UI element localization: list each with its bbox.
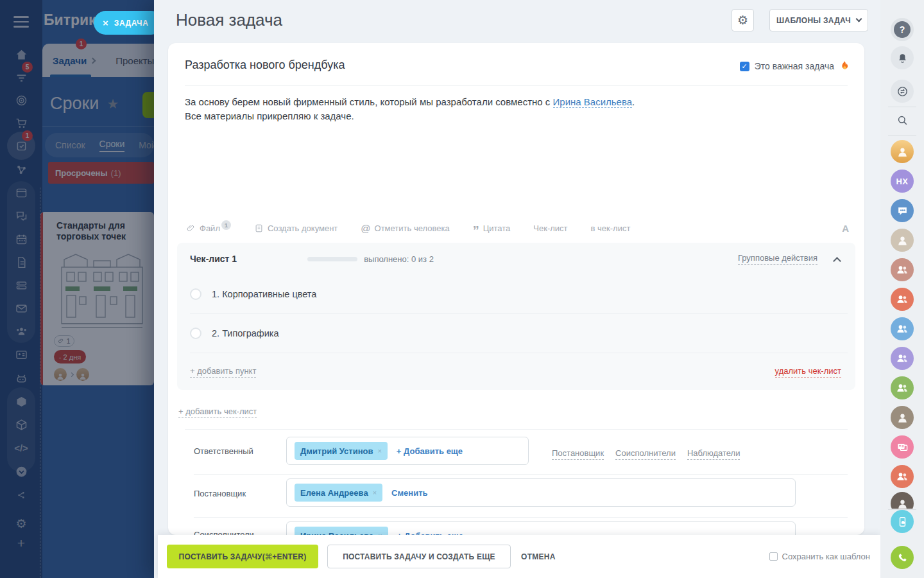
help-button[interactable]: ? xyxy=(891,18,914,41)
recent-chat-avatar-clipped[interactable] xyxy=(891,492,914,509)
coexecutors-label: Соисполнители xyxy=(194,530,254,535)
chevron-down-icon xyxy=(855,16,862,22)
notifications-bell-icon[interactable] xyxy=(891,46,914,69)
file-count-badge: 1 xyxy=(221,220,231,230)
checklist-button[interactable]: Чек-лист xyxy=(533,223,567,233)
quote-icon: ” xyxy=(473,228,479,233)
observers-role-link[interactable]: Наблюдатели xyxy=(687,448,740,460)
group-chat-people-icon[interactable] xyxy=(891,347,914,370)
item-checkbox[interactable] xyxy=(190,288,201,300)
recent-chat-avatar[interactable] xyxy=(891,406,914,429)
checklist-item[interactable]: 2. Типографика xyxy=(190,314,848,353)
settings-gear-button[interactable]: ⚙ xyxy=(732,9,754,31)
save-template-checkbox[interactable] xyxy=(769,552,778,561)
group-chat-people-icon[interactable] xyxy=(891,258,914,281)
add-item-link[interactable]: + добавить пункт xyxy=(190,366,256,378)
close-icon[interactable]: × xyxy=(103,18,108,28)
collapse-checklist-icon[interactable] xyxy=(833,257,841,265)
recent-chat-initials[interactable]: HX xyxy=(891,170,914,193)
group-chat-people-icon[interactable] xyxy=(891,317,914,340)
fire-icon xyxy=(839,60,849,72)
checklist-item[interactable]: 1. Корпоративные цвета xyxy=(190,275,848,314)
chat-threads-icon[interactable] xyxy=(891,80,914,103)
item-checkbox[interactable] xyxy=(190,328,201,339)
task-title-input[interactable]: Разработка нового брендбука xyxy=(185,58,345,72)
important-checkbox[interactable]: ✓ xyxy=(740,62,749,71)
search-icon[interactable] xyxy=(891,109,914,132)
user-chip: Дмитрий Устинов × xyxy=(295,442,388,460)
editor-toolbar: Файл 1 Создать документ @ Отметить челов… xyxy=(186,223,849,234)
checklist-block: Чек-лист 1 выполнено: 0 из 2 Групповые д… xyxy=(177,243,855,390)
submit-and-create-button[interactable]: ПОСТАВИТЬ ЗАДАЧУ И СОЗДАТЬ ЕЩЕ xyxy=(327,545,511,568)
group-chat-people-icon[interactable] xyxy=(891,376,914,399)
modal-dim-overlay[interactable] xyxy=(0,0,154,578)
add-more-link[interactable]: + Добавить еще xyxy=(397,446,463,456)
recent-chat-avatar[interactable] xyxy=(891,140,914,163)
mobile-app-icon[interactable] xyxy=(891,510,914,533)
group-chat-icon[interactable] xyxy=(891,199,914,222)
group-chat-people-icon[interactable] xyxy=(891,465,914,488)
document-icon xyxy=(254,223,264,233)
remove-chip-icon[interactable]: × xyxy=(377,447,381,455)
font-format-button[interactable]: A xyxy=(842,223,849,234)
originator-role-link[interactable]: Постановщик xyxy=(552,448,604,460)
responsible-label: Ответственный xyxy=(194,446,253,456)
change-link[interactable]: Сменить xyxy=(391,488,427,498)
checklist-progress-bar xyxy=(307,257,357,261)
originator-label: Постановщик xyxy=(194,489,246,498)
recent-chat-avatar[interactable] xyxy=(891,229,914,252)
new-task-slider: Новая задача ⚙ ШАБЛОНЫ ЗАДАЧ Разработка … xyxy=(154,0,880,578)
checklist-title[interactable]: Чек-лист 1 xyxy=(190,254,237,264)
group-chat-people-icon[interactable] xyxy=(891,288,914,311)
task-form-card: Разработка нового брендбука ✓ Это важная… xyxy=(168,43,864,535)
delete-checklist-link[interactable]: удалить чек-лист xyxy=(775,366,841,378)
user-chip: Ирина Васильева × xyxy=(295,527,388,535)
save-template-label: Сохранить как шаблон xyxy=(782,552,870,561)
checklist-progress-text: выполнено: 0 из 2 xyxy=(364,254,434,264)
mention-link[interactable]: Ирина Васильева xyxy=(553,96,633,108)
responsible-field[interactable]: Дмитрий Устинов × + Добавить еще xyxy=(286,437,529,465)
contacts-chat-icon[interactable] xyxy=(891,435,914,459)
user-chip: Елена Андреева × xyxy=(295,484,382,502)
coexecutors-field[interactable]: Ирина Васильева × + Добавить еще xyxy=(286,521,796,535)
task-description[interactable]: За основу берем новый фирменный стиль, к… xyxy=(185,95,635,123)
attach-file-button[interactable]: Файл 1 xyxy=(186,223,231,233)
to-checklist-button[interactable]: в чек-лист xyxy=(591,223,631,233)
group-actions-link[interactable]: Групповые действия xyxy=(738,253,817,265)
telephony-phone-icon[interactable] xyxy=(891,546,914,569)
remove-chip-icon[interactable]: × xyxy=(373,489,377,496)
question-icon: ? xyxy=(894,21,911,38)
add-checklist-link[interactable]: + добавить чек-лист xyxy=(178,407,257,418)
coexecutors-role-link[interactable]: Соисполнители xyxy=(615,448,676,460)
cancel-button[interactable]: ОТМЕНА xyxy=(521,552,556,561)
important-label: Это важная задача xyxy=(755,61,834,71)
originator-field[interactable]: Елена Андреева × Сменить xyxy=(286,478,796,507)
submit-task-button[interactable]: ПОСТАВИТЬ ЗАДАЧУ(⌘+ENTER) xyxy=(167,545,318,568)
paperclip-icon xyxy=(186,223,196,233)
at-icon: @ xyxy=(361,223,370,234)
right-rail: ? HX xyxy=(880,0,924,578)
create-document-button[interactable]: Создать документ xyxy=(254,223,338,233)
open-task-chip[interactable]: × ЗАДАЧА xyxy=(94,11,163,35)
mention-person-button[interactable]: @ Отметить человека xyxy=(361,223,449,234)
task-templates-button[interactable]: ШАБЛОНЫ ЗАДАЧ xyxy=(769,9,868,31)
form-footer: ПОСТАВИТЬ ЗАДАЧУ(⌘+ENTER) ПОСТАВИТЬ ЗАДА… xyxy=(158,535,880,578)
slider-title: Новая задача xyxy=(176,10,282,30)
quote-button[interactable]: ” Цитата xyxy=(473,223,511,233)
